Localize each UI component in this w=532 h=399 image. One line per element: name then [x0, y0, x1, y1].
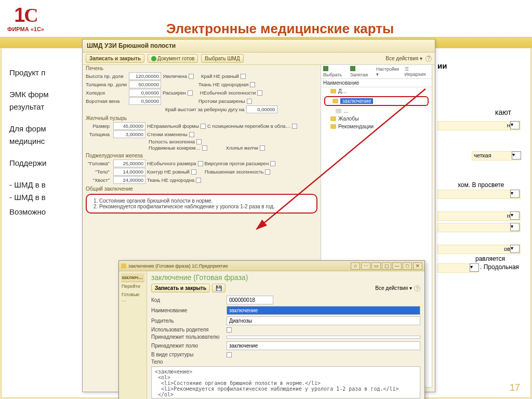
- label: С позиционным перегибом в обла…: [207, 123, 290, 129]
- tree-item[interactable]: Д…: [321, 87, 432, 95]
- all-actions-link[interactable]: Все действия ▾: [385, 56, 422, 61]
- dropdown-icon[interactable]: ▾: [510, 245, 520, 253]
- help-icon[interactable]: ?: [414, 285, 420, 291]
- all-actions-link[interactable]: Все действия ▾: [375, 285, 412, 291]
- panel-header: Наименование: [321, 79, 432, 87]
- checkbox[interactable]: [265, 169, 270, 175]
- tree-item-selected[interactable]: заключение: [324, 96, 429, 106]
- save-button[interactable]: 💾: [212, 284, 225, 292]
- input-edge[interactable]: 0,00000: [246, 105, 277, 113]
- page-title: Электронные медицинские карты: [166, 21, 394, 37]
- sidebar-item[interactable]: Готовые …: [121, 290, 144, 304]
- bg-heading: ии: [437, 61, 447, 70]
- input-height[interactable]: 120,00000: [129, 72, 161, 80]
- doc-ready-button[interactable]: Документ готов: [148, 54, 198, 63]
- tree-item[interactable]: Рекомендации: [321, 123, 432, 130]
- checkbox[interactable]: [227, 327, 232, 332]
- help-icon[interactable]: ?: [425, 56, 432, 62]
- comma-button[interactable]: Запятая: [350, 66, 373, 77]
- checkbox[interactable]: [257, 90, 262, 96]
- input-choledoch[interactable]: 0,60000: [129, 89, 161, 97]
- input-portal-vein[interactable]: 0,50000: [129, 97, 161, 105]
- label: Вирсунгов проток расширен: [205, 161, 269, 166]
- label: Повышенная эхогенность: [205, 169, 264, 175]
- checkbox[interactable]: [196, 178, 201, 183]
- tool-icon[interactable]: ▭: [371, 262, 381, 270]
- dropdown-icon[interactable]: ▾: [470, 263, 479, 272]
- hierarchy-button[interactable]: ☰ Иерархия: [405, 66, 430, 77]
- dropdown-icon[interactable]: ▾: [510, 121, 520, 129]
- bg-text: равляется: [475, 255, 505, 262]
- checkbox[interactable]: [198, 161, 203, 166]
- checkbox[interactable]: [189, 74, 194, 79]
- tree-item[interactable]: Жалобы: [321, 115, 432, 123]
- owner-input[interactable]: [227, 336, 420, 339]
- checkbox[interactable]: [227, 352, 232, 357]
- checkbox[interactable]: [189, 132, 194, 137]
- checkbox[interactable]: [247, 99, 252, 104]
- window-title: ШМД УЗИ Брюшной полости: [83, 39, 435, 52]
- bg-field: нно: [437, 211, 521, 221]
- label: Ткань НЕ однородная: [198, 82, 248, 87]
- checkbox[interactable]: [260, 145, 265, 151]
- input-tail[interactable]: 24,00000: [113, 176, 145, 184]
- tool-icon[interactable]: ⋯: [361, 262, 370, 270]
- dropdown-icon[interactable]: ▾: [512, 151, 521, 159]
- field-input[interactable]: заключение: [227, 341, 420, 350]
- maximize-icon[interactable]: □: [403, 262, 412, 270]
- label: Родитель: [151, 318, 227, 324]
- logo-1c: 1С ФИРМА «1С»: [7, 5, 44, 32]
- parent-input[interactable]: Диагнозы: [227, 316, 420, 325]
- checkbox[interactable]: [250, 82, 255, 87]
- conclusion-text[interactable]: Состояние органов брюшной полости в норм…: [86, 194, 317, 214]
- checkbox[interactable]: [270, 161, 275, 166]
- input-size[interactable]: 45,00000: [113, 122, 145, 130]
- body-textarea[interactable]: <заключение> <ol> <li>Состояние органов …: [151, 366, 420, 398]
- input-thickness[interactable]: 3,00000: [113, 130, 145, 138]
- fav-icon[interactable]: ☆: [351, 262, 360, 270]
- checkbox[interactable]: [292, 124, 297, 129]
- checkbox[interactable]: [201, 124, 206, 129]
- bg-text: . Продольная: [480, 263, 519, 271]
- dropdown-icon[interactable]: ▾: [510, 223, 520, 231]
- plus-icon: [350, 66, 355, 71]
- name-input[interactable]: заключение: [227, 306, 420, 315]
- label: Принадлежит пользователю: [151, 334, 227, 340]
- label: Холедох: [86, 90, 127, 96]
- checkbox[interactable]: [202, 145, 207, 151]
- minimize-icon[interactable]: —: [392, 262, 402, 270]
- check-icon: [151, 56, 156, 61]
- bg-field: [437, 223, 521, 232]
- checkbox[interactable]: [241, 74, 246, 79]
- folder-icon: [330, 89, 336, 94]
- settings-link[interactable]: Настройки ▾: [376, 66, 402, 77]
- label: НЕобычной эхогенности: [200, 90, 256, 96]
- dropdown-icon[interactable]: ▾: [510, 211, 520, 220]
- tree-item[interactable]: …: [321, 107, 432, 115]
- dropdown-icon[interactable]: ▾: [510, 190, 520, 198]
- checkbox[interactable]: [191, 169, 196, 175]
- form-title: заключение (Готовая фраза): [151, 273, 420, 282]
- label: Размер: [86, 123, 112, 129]
- input-head[interactable]: 25,00000: [113, 159, 145, 167]
- input-body[interactable]: 14,00000: [113, 168, 145, 176]
- input-thickness[interactable]: 50,00000: [129, 81, 161, 88]
- sidebar-item[interactable]: Перейти: [121, 282, 144, 290]
- left-text: Продукт п ЭМК формрезультат Для форммеди…: [9, 66, 82, 228]
- code-input[interactable]: 000000018: [227, 296, 273, 304]
- label: Толщина пр. доли: [86, 82, 127, 87]
- label: Полость анэхогенна: [149, 139, 195, 144]
- save-close-button[interactable]: Записать и закрыть: [86, 54, 144, 63]
- checkbox[interactable]: [196, 139, 202, 144]
- label: Тело: [151, 359, 227, 365]
- tool-icon[interactable]: ▢: [382, 262, 391, 270]
- save-close-button[interactable]: Записать и закрыть: [151, 284, 210, 292]
- select-button[interactable]: Выбрать: [323, 66, 347, 77]
- label: "Головка": [86, 161, 112, 166]
- window-ready-phrase: заключение (Готовая фраза) 1С:Предприяти…: [118, 260, 425, 399]
- sidebar-item[interactable]: заключ…: [121, 273, 144, 282]
- choose-shmd-button[interactable]: Выбрать ШМД: [201, 54, 243, 63]
- close-icon[interactable]: ✕: [413, 262, 422, 270]
- checkbox[interactable]: [188, 90, 193, 96]
- label: Код: [151, 297, 227, 303]
